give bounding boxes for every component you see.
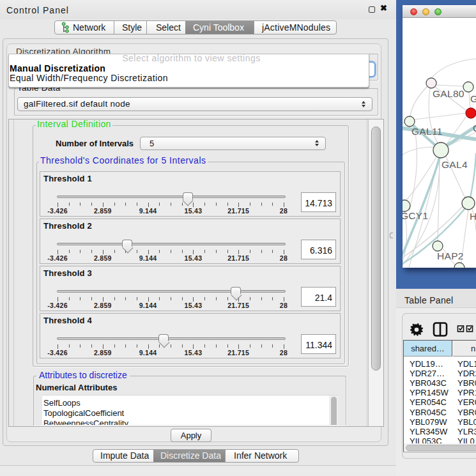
svg-text:HAP2: HAP2 — [437, 250, 464, 261]
svg-text:C: C — [473, 123, 476, 134]
svg-text:GAL4: GAL4 — [441, 159, 468, 170]
svg-text:G: G — [470, 93, 476, 104]
svg-text:GAL80: GAL80 — [433, 88, 464, 99]
svg-text:GCY1: GCY1 — [403, 210, 428, 221]
svg-text:GAL11: GAL11 — [411, 126, 443, 137]
svg-text:H: H — [470, 211, 476, 222]
